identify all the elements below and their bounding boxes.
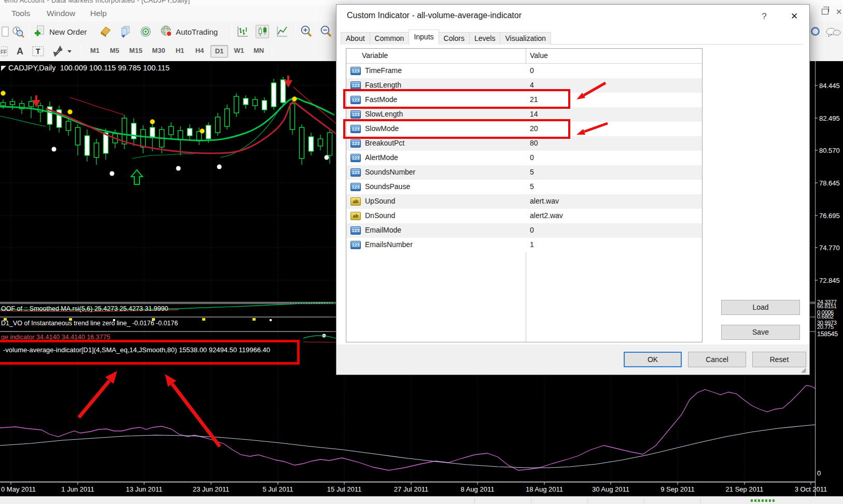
variable-value[interactable]: 80 bbox=[530, 139, 538, 147]
variable-name: SlowLength bbox=[365, 110, 403, 118]
new-order-button[interactable]: New Order bbox=[32, 24, 89, 39]
price-tick: 78.645 bbox=[819, 179, 840, 187]
zoom-in-icon[interactable] bbox=[300, 25, 313, 38]
new-order-label: New Order bbox=[49, 27, 87, 36]
variable-value[interactable]: 5 bbox=[530, 168, 534, 176]
tab-common[interactable]: Common bbox=[370, 32, 410, 45]
ok-button[interactable]: OK bbox=[624, 352, 682, 367]
toolbar-separator bbox=[296, 25, 296, 38]
letter-a: A bbox=[17, 46, 23, 56]
dialog-close-button[interactable]: ✕ bbox=[785, 9, 803, 24]
price-tick: 82.495 bbox=[819, 114, 840, 122]
numeric-type-icon: 123 bbox=[350, 168, 361, 177]
variable-name: EmailsNumber bbox=[365, 240, 413, 249]
zoom-out-icon[interactable] bbox=[319, 25, 333, 38]
arrows-tool-icon[interactable] bbox=[51, 45, 74, 58]
tab-visualization[interactable]: Visualization bbox=[500, 32, 551, 45]
autotrading-button[interactable]: AutoTrading bbox=[158, 24, 220, 39]
table-row-emailsnumber[interactable]: 123EmailsNumber1 bbox=[346, 238, 702, 252]
cancel-button[interactable]: Cancel bbox=[688, 352, 746, 367]
variable-value[interactable]: 4 bbox=[530, 81, 534, 89]
tab-about[interactable]: About bbox=[341, 32, 370, 45]
table-row-alertmode[interactable]: 123AlertMode0 bbox=[346, 151, 702, 165]
variable-value[interactable]: 1 bbox=[530, 240, 534, 249]
dropdown-caret bbox=[67, 50, 72, 53]
variable-name: AlertMode bbox=[365, 153, 398, 162]
variable-name: FastMode bbox=[365, 95, 397, 104]
variable-value[interactable]: 0 bbox=[530, 153, 534, 162]
variable-value[interactable]: alert.wav bbox=[530, 197, 559, 205]
line-chart-type-icon[interactable] bbox=[275, 25, 289, 38]
variable-value[interactable]: 21 bbox=[530, 95, 538, 104]
menu-window[interactable]: Window bbox=[44, 8, 78, 19]
numeric-type-icon: 123 bbox=[350, 81, 361, 90]
table-row-fastmode[interactable]: 123FastMode21 bbox=[346, 93, 702, 107]
table-row-emailmode[interactable]: 123EmailMode0 bbox=[346, 223, 702, 238]
indicator-label-smoothed-ma: OOF of :: Smoothed MA.rsi(5,6) 25.4273 2… bbox=[1, 305, 168, 312]
timeframe-m5[interactable]: M5 bbox=[106, 45, 123, 57]
timeframe-m30[interactable]: M30 bbox=[148, 45, 169, 57]
variable-value[interactable]: alert2.wav bbox=[530, 211, 563, 220]
chart-history-icon[interactable] bbox=[11, 25, 25, 38]
string-type-icon: ab bbox=[350, 212, 361, 220]
variable-value[interactable]: 5 bbox=[530, 182, 534, 191]
timeframe-h4[interactable]: H4 bbox=[191, 45, 208, 57]
target-icon[interactable] bbox=[139, 25, 152, 38]
table-row-breakoutpct[interactable]: 123BreakoutPct80 bbox=[346, 136, 702, 151]
numeric-type-icon: 123 bbox=[350, 125, 361, 133]
bar-chart-type-icon[interactable] bbox=[236, 25, 249, 38]
table-row-fastlength[interactable]: 123FastLength4 bbox=[346, 78, 702, 93]
column-header-value[interactable]: Value bbox=[530, 51, 548, 60]
variable-name: FastLength bbox=[365, 81, 401, 89]
date-tick: 8 Aug 2011 bbox=[461, 485, 495, 493]
variable-value[interactable]: 0 bbox=[530, 66, 534, 75]
mt4-application-window: emo Account - Data Markets Incorporated … bbox=[0, 0, 843, 504]
gold-tool-icon[interactable] bbox=[100, 25, 113, 38]
date-tick: 23 Jun 2011 bbox=[193, 485, 230, 493]
table-row-upsound[interactable]: abUpSoundalert.wav bbox=[346, 194, 702, 209]
dialog-help-button[interactable]: ? bbox=[757, 10, 771, 23]
sub-scale-tick: 20.775 bbox=[817, 324, 834, 330]
timeframe-m1[interactable]: M1 bbox=[86, 45, 104, 57]
timeframe-mn[interactable]: MN bbox=[250, 45, 268, 57]
date-tick: 27 Jul 2011 bbox=[394, 485, 428, 493]
table-row-dnsound[interactable]: abDnSoundalert2.wav bbox=[346, 209, 702, 223]
date-tick: 15 Jul 2011 bbox=[327, 485, 361, 493]
menu-help[interactable]: Help bbox=[87, 8, 110, 19]
menu-tools[interactable]: Tools bbox=[8, 8, 33, 19]
reset-button[interactable]: Reset bbox=[752, 352, 806, 367]
table-row-soundspause[interactable]: 123SoundsPause5 bbox=[346, 180, 702, 194]
community-icon[interactable] bbox=[811, 27, 820, 36]
volume-zero-tick: 0 bbox=[817, 469, 821, 477]
dialog-resize-grip[interactable]: ◢ bbox=[801, 366, 806, 373]
window-restore-icon[interactable] bbox=[822, 9, 828, 15]
text-box-icon[interactable]: T bbox=[31, 45, 45, 58]
variable-value[interactable]: 14 bbox=[530, 110, 538, 118]
tab-levels[interactable]: Levels bbox=[469, 32, 500, 45]
variable-name: DnSound bbox=[365, 211, 395, 220]
tab-inputs[interactable]: Inputs bbox=[409, 30, 439, 45]
table-row-slowlength[interactable]: 123SlowLength14 bbox=[346, 107, 702, 122]
tab-colors[interactable]: Colors bbox=[439, 32, 470, 45]
chat-icon[interactable] bbox=[825, 27, 841, 38]
date-tick: 0 May 2011 bbox=[1, 485, 36, 493]
timeframe-d1[interactable]: D1 bbox=[210, 45, 228, 57]
text-label-icon[interactable]: A bbox=[13, 45, 27, 58]
table-row-timeframe[interactable]: 123TimeFrame0 bbox=[346, 64, 702, 78]
timeframe-w1[interactable]: W1 bbox=[230, 45, 248, 57]
dialog-tabs: About Common Inputs Colors Levels Visual… bbox=[341, 29, 551, 45]
variable-value[interactable]: 20 bbox=[530, 124, 538, 133]
column-header-variable[interactable]: Variable bbox=[362, 51, 388, 60]
variable-value[interactable]: 0 bbox=[530, 226, 534, 234]
timeframe-h1[interactable]: H1 bbox=[171, 45, 189, 57]
load-button[interactable]: Load bbox=[721, 300, 800, 315]
table-row-slowmode[interactable]: 123SlowMode20 bbox=[346, 122, 702, 136]
save-button[interactable]: Save bbox=[721, 325, 800, 340]
timeframe-m15[interactable]: M15 bbox=[125, 45, 146, 57]
connection-dots-icon bbox=[751, 499, 776, 502]
numeric-type-icon: 123 bbox=[350, 96, 361, 104]
candlestick-chart-type-icon[interactable] bbox=[256, 25, 269, 38]
table-row-soundsnumber[interactable]: 123SoundsNumber5 bbox=[346, 165, 702, 180]
window-close-icon[interactable]: ✕ bbox=[836, 7, 842, 17]
upload-docs-icon[interactable] bbox=[119, 25, 133, 38]
